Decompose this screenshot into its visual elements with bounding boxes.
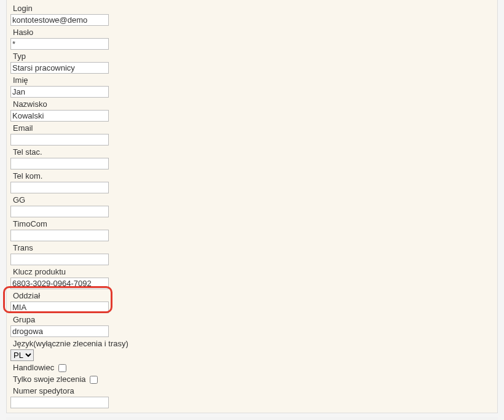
gg-label: GG [10, 194, 494, 206]
salesperson-checkbox[interactable] [58, 364, 66, 372]
login-input[interactable] [10, 14, 109, 26]
language-select[interactable]: PL [10, 349, 34, 361]
language-label: Język(wyłącznie zlecenia i trasy) [10, 338, 494, 349]
lastname-input[interactable] [10, 110, 109, 122]
trans-input[interactable] [10, 254, 109, 265]
branch-label: Oddział [10, 290, 494, 301]
login-label: Login [10, 2, 494, 14]
form-panel: Login Hasło Typ Imię Nazwisko Email Tel … [6, 0, 498, 413]
gg-input[interactable] [10, 206, 109, 217]
phone-landline-label: Tel stac. [10, 146, 494, 158]
forwarder-number-label: Numer spedytora [10, 385, 494, 397]
timocom-label: TimoCom [10, 218, 494, 230]
phone-landline-input[interactable] [10, 158, 109, 169]
group-input[interactable] [10, 325, 109, 337]
lastname-label: Nazwisko [10, 98, 494, 110]
timocom-input[interactable] [10, 230, 109, 241]
type-label: Typ [10, 50, 494, 62]
password-input[interactable] [10, 38, 109, 50]
email-input[interactable] [10, 134, 109, 146]
branch-input[interactable] [10, 301, 109, 313]
form-footer: Zapisz [6, 417, 498, 420]
only-own-orders-label: Tylko swoje zlecenia [13, 375, 86, 384]
phone-mobile-label: Tel kom. [10, 170, 494, 182]
password-label: Hasło [10, 26, 494, 38]
email-label: Email [10, 122, 494, 134]
firstname-label: Imię [10, 74, 494, 86]
product-key-input[interactable] [10, 278, 109, 289]
salesperson-label: Handlowiec [13, 363, 54, 372]
type-input[interactable] [10, 62, 109, 74]
group-label: Grupa [10, 314, 494, 325]
forwarder-number-input[interactable] [10, 397, 109, 408]
phone-mobile-input[interactable] [10, 182, 109, 193]
trans-label: Trans [10, 242, 494, 254]
product-key-label: Klucz produktu [10, 266, 494, 278]
only-own-orders-checkbox[interactable] [90, 376, 98, 384]
firstname-input[interactable] [10, 86, 109, 98]
